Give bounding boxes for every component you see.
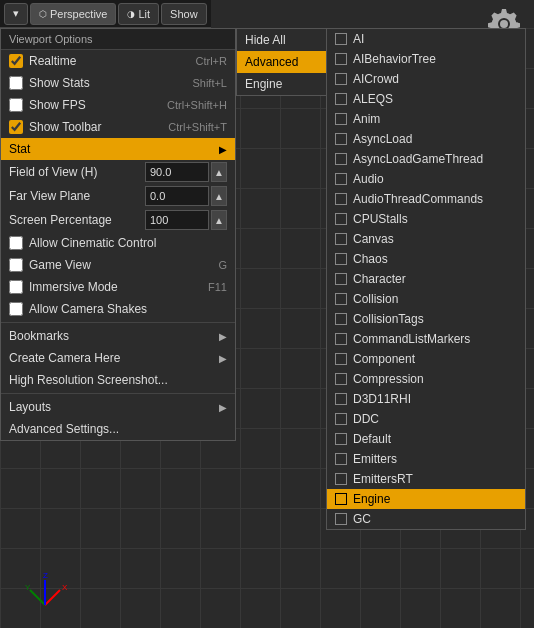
compression-label: Compression xyxy=(353,372,424,386)
menu-item-layouts[interactable]: Layouts ▶ xyxy=(1,396,235,418)
menu-item-show-toolbar[interactable]: Show Toolbar Ctrl+Shift+T xyxy=(1,116,235,138)
stat-list-item-asyncload[interactable]: AsyncLoad xyxy=(327,129,525,149)
lit-button[interactable]: ◑ Lit xyxy=(118,3,159,25)
asyncloadgamethread-checkbox[interactable] xyxy=(335,153,347,165)
emitters-checkbox[interactable] xyxy=(335,453,347,465)
cpustalls-checkbox[interactable] xyxy=(335,213,347,225)
fov-btn[interactable]: ▲ xyxy=(211,162,227,182)
stat-list-item-character[interactable]: Character xyxy=(327,269,525,289)
collision-checkbox[interactable] xyxy=(335,293,347,305)
show-toolbar-checkbox[interactable] xyxy=(9,120,23,134)
stat-list-item-ddc[interactable]: DDC xyxy=(327,409,525,429)
stat-list-item-cpustalls[interactable]: CPUStalls xyxy=(327,209,525,229)
stat-list-item-asyncloadgamethread[interactable]: AsyncLoadGameThread xyxy=(327,149,525,169)
svg-line-2 xyxy=(30,590,45,605)
default-checkbox[interactable] xyxy=(335,433,347,445)
menu-item-create-camera[interactable]: Create Camera Here ▶ xyxy=(1,347,235,369)
stat-list-item-default[interactable]: Default xyxy=(327,429,525,449)
menu-item-bookmarks[interactable]: Bookmarks ▶ xyxy=(1,325,235,347)
asyncload-checkbox[interactable] xyxy=(335,133,347,145)
stat-list-item-canvas[interactable]: Canvas xyxy=(327,229,525,249)
stat-list-item-aicrowd[interactable]: AICrowd xyxy=(327,69,525,89)
audiothreadcommands-label: AudioThreadCommands xyxy=(353,192,483,206)
stat-list-item-anim[interactable]: Anim xyxy=(327,109,525,129)
audiothreadcommands-checkbox[interactable] xyxy=(335,193,347,205)
show-stats-checkbox[interactable] xyxy=(9,76,23,90)
game-view-checkbox[interactable] xyxy=(9,258,23,272)
far-view-input[interactable] xyxy=(145,186,209,206)
menu-item-game-view[interactable]: Game View G xyxy=(1,254,235,276)
menu-item-camera-shakes[interactable]: Allow Camera Shakes xyxy=(1,298,235,320)
show-fps-checkbox[interactable] xyxy=(9,98,23,112)
component-checkbox[interactable] xyxy=(335,353,347,365)
canvas-checkbox[interactable] xyxy=(335,233,347,245)
chaos-checkbox[interactable] xyxy=(335,253,347,265)
menu-item-realtime[interactable]: Realtime Ctrl+R xyxy=(1,50,235,72)
show-button[interactable]: Show xyxy=(161,3,207,25)
dropdown-arrow-icon: ▾ xyxy=(13,7,19,20)
engine-list-checkbox[interactable] xyxy=(335,493,347,505)
stat-list-item-audiothreadcommands[interactable]: AudioThreadCommands xyxy=(327,189,525,209)
audio-checkbox[interactable] xyxy=(335,173,347,185)
aibehaviortree-label: AIBehaviorTree xyxy=(353,52,436,66)
ddc-checkbox[interactable] xyxy=(335,413,347,425)
stat-list-item-aleqs[interactable]: ALEQS xyxy=(327,89,525,109)
perspective-label: Perspective xyxy=(50,8,107,20)
stat-list-item-compression[interactable]: Compression xyxy=(327,369,525,389)
aleqs-checkbox[interactable] xyxy=(335,93,347,105)
stat-list-item-chaos[interactable]: Chaos xyxy=(327,249,525,269)
ai-label: AI xyxy=(353,32,364,46)
character-checkbox[interactable] xyxy=(335,273,347,285)
stat-list-item-component[interactable]: Component xyxy=(327,349,525,369)
stat-list-item-collisiontags[interactable]: CollisionTags xyxy=(327,309,525,329)
ai-checkbox[interactable] xyxy=(335,33,347,45)
menu-item-show-fps[interactable]: Show FPS Ctrl+Shift+H xyxy=(1,94,235,116)
d3d11rhi-label: D3D11RHI xyxy=(353,392,411,406)
commandlistmarkers-label: CommandListMarkers xyxy=(353,332,470,346)
default-label: Default xyxy=(353,432,391,446)
aibehaviortree-checkbox[interactable] xyxy=(335,53,347,65)
stat-list-item-d3d11rhi[interactable]: D3D11RHI xyxy=(327,389,525,409)
menu-item-show-stats[interactable]: Show Stats Shift+L xyxy=(1,72,235,94)
screen-pct-input[interactable] xyxy=(145,210,209,230)
anim-checkbox[interactable] xyxy=(335,113,347,125)
far-view-label: Far View Plane xyxy=(9,189,145,203)
show-fps-label: Show FPS xyxy=(29,98,159,112)
menu-item-stat[interactable]: Stat ▶ xyxy=(1,138,235,160)
menu-item-high-res[interactable]: High Resolution Screenshot... xyxy=(1,369,235,391)
emittersrt-checkbox[interactable] xyxy=(335,473,347,485)
menu-item-immersive[interactable]: Immersive Mode F11 xyxy=(1,276,235,298)
stat-list-item-audio[interactable]: Audio xyxy=(327,169,525,189)
d3d11rhi-checkbox[interactable] xyxy=(335,393,347,405)
stat-list-item-ai[interactable]: AI xyxy=(327,29,525,49)
stat-list-item-aibehaviortree[interactable]: AIBehaviorTree xyxy=(327,49,525,69)
stat-list-item-commandlistmarkers[interactable]: CommandListMarkers xyxy=(327,329,525,349)
gc-checkbox[interactable] xyxy=(335,513,347,525)
far-view-btn[interactable]: ▲ xyxy=(211,186,227,206)
dropdown-button[interactable]: ▾ xyxy=(4,3,28,25)
immersive-checkbox[interactable] xyxy=(9,280,23,294)
aicrowd-checkbox[interactable] xyxy=(335,73,347,85)
menu-item-cinematic[interactable]: Allow Cinematic Control xyxy=(1,232,235,254)
stat-list-item-engine[interactable]: Engine xyxy=(327,489,525,509)
perspective-button[interactable]: ⬡ Perspective xyxy=(30,3,116,25)
menu-item-advanced-settings[interactable]: Advanced Settings... xyxy=(1,418,235,440)
fov-input[interactable] xyxy=(145,162,209,182)
asyncload-label: AsyncLoad xyxy=(353,132,412,146)
asyncloadgamethread-label: AsyncLoadGameThread xyxy=(353,152,483,166)
show-label: Show xyxy=(170,8,198,20)
collisiontags-checkbox[interactable] xyxy=(335,313,347,325)
aleqs-label: ALEQS xyxy=(353,92,393,106)
realtime-checkbox[interactable] xyxy=(9,54,23,68)
compression-checkbox[interactable] xyxy=(335,373,347,385)
camera-shakes-checkbox[interactable] xyxy=(9,302,23,316)
svg-text:Z: Z xyxy=(43,571,48,580)
stat-list-item-gc[interactable]: GC xyxy=(327,509,525,529)
game-view-shortcut: G xyxy=(218,259,227,271)
stat-list-item-emitters[interactable]: Emitters xyxy=(327,449,525,469)
commandlistmarkers-checkbox[interactable] xyxy=(335,333,347,345)
stat-list-item-emittersrt[interactable]: EmittersRT xyxy=(327,469,525,489)
stat-list-item-collision[interactable]: Collision xyxy=(327,289,525,309)
cinematic-checkbox[interactable] xyxy=(9,236,23,250)
screen-pct-btn[interactable]: ▲ xyxy=(211,210,227,230)
